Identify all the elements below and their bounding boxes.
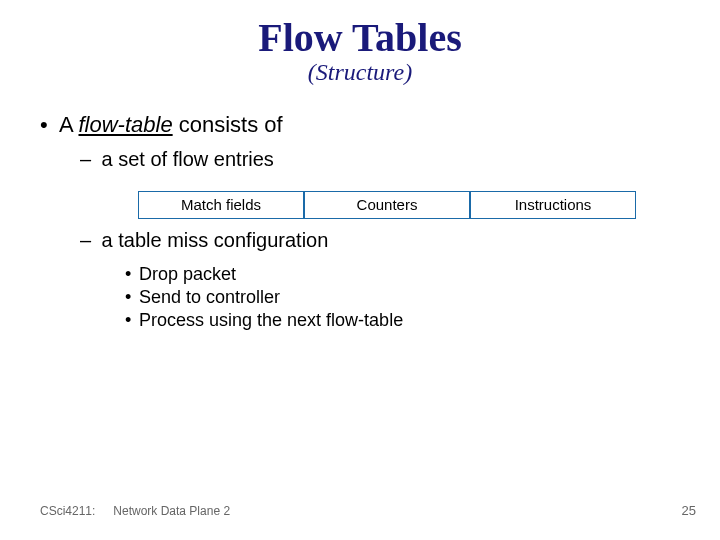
box-counters: Counters [304,191,470,219]
bullet-icon: • [40,112,54,138]
list-item: •Drop packet [125,264,690,285]
topic-name: Network Data Plane 2 [113,504,230,518]
bullet-level-2: – a set of flow entries [80,148,690,171]
course-code: CSci4211: [40,504,110,518]
text-fragment: consists of [173,112,283,137]
dash-icon: – [80,229,96,252]
bullet-text: Send to controller [139,287,280,307]
bullet-icon: • [125,264,139,285]
slide-title: Flow Tables [0,14,720,61]
page-number: 25 [682,503,696,518]
bullet-icon: • [125,310,139,331]
bullet-text: a set of flow entries [102,148,274,170]
list-item: •Process using the next flow-table [125,310,690,331]
footer-left: CSci4211: Network Data Plane 2 [40,504,230,518]
box-match-fields: Match fields [138,191,304,219]
emphasized-term: flow-table [78,112,172,137]
slide-subtitle: (Structure) [0,59,720,86]
dash-icon: – [80,148,96,171]
bullet-icon: • [125,287,139,308]
text-fragment: A [59,112,79,137]
bullet-level-2: – a table miss configuration [80,229,690,252]
list-item: •Send to controller [125,287,690,308]
bullet-level-3-list: •Drop packet •Send to controller •Proces… [125,264,690,331]
slide: Flow Tables (Structure) • A flow-table c… [0,0,720,540]
bullet-level-1: • A flow-table consists of [40,112,690,138]
bullet-text: Process using the next flow-table [139,310,403,330]
box-instructions: Instructions [470,191,636,219]
title-block: Flow Tables (Structure) [0,0,720,86]
flow-entry-boxes: Match fields Counters Instructions [138,191,690,219]
bullet-text: a table miss configuration [102,229,329,251]
bullet-text: Drop packet [139,264,236,284]
slide-body: • A flow-table consists of – a set of fl… [0,86,720,331]
